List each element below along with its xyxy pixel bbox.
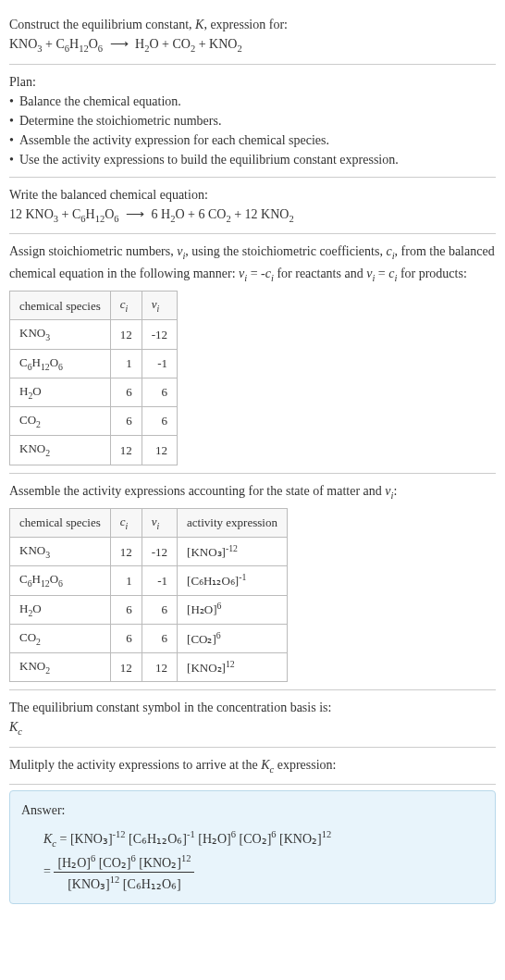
plan-text: Balance the chemical equation.	[19, 92, 181, 111]
table-row: H2O66	[10, 378, 178, 406]
term: [CO₂]6	[240, 832, 277, 846]
eq-rhs: H2O + CO2 + KNO2	[135, 37, 242, 51]
cell-v: -1	[142, 349, 177, 378]
cell-species: KNO2	[10, 436, 111, 465]
cell-c: 12	[110, 538, 142, 566]
answer-line1: Kc = [KNO₃]-12 [C₆H₁₂O₆]-1 [H₂O]6 [CO₂]6…	[43, 827, 484, 850]
stoich-table: chemical species ci νi KNO312-12 C6H12O6…	[9, 291, 178, 465]
equals: =	[43, 864, 54, 878]
bullet-icon: •	[9, 150, 14, 169]
cell-c: 6	[110, 624, 142, 652]
table-row: CO266[CO₂]6	[10, 624, 288, 652]
plan-item: •Assemble the activity expression for ea…	[9, 130, 496, 150]
cell-expr: [CO₂]6	[178, 624, 288, 652]
col-species: chemical species	[10, 509, 111, 538]
table-header-row: chemical species ci νi	[10, 292, 178, 320]
cell-species: C6H12O6	[10, 349, 111, 378]
col-species: chemical species	[10, 292, 111, 320]
prompt-text: Construct the equilibrium constant, K, e…	[9, 15, 496, 34]
kc-symbol: Kc	[43, 832, 56, 846]
table-row: H2O66[H₂O]6	[10, 595, 288, 624]
multiply-section: Mulitply the activity expressions to arr…	[9, 748, 496, 786]
answer-line2: = [H₂O]6 [CO₂]6 [KNO₂]12 [KNO₃]12 [C₆H₁₂…	[43, 851, 484, 894]
cell-expr: [H₂O]6	[178, 595, 288, 624]
term: [C₆H₁₂O₆]-1	[129, 832, 195, 846]
cell-v: 6	[142, 378, 177, 406]
cell-species: H2O	[10, 595, 111, 624]
cell-c: 6	[110, 407, 142, 436]
multiply-text-b: expression:	[274, 758, 336, 772]
cell-c: 6	[110, 378, 142, 406]
cell-species: H2O	[10, 378, 111, 406]
cell-c: 1	[110, 349, 142, 378]
stoich-text: Assign stoichiometric numbers, νi, using…	[9, 242, 496, 285]
eq-rhs: 6 H2O + 6 CO2 + 12 KNO2	[152, 207, 294, 221]
symbol-text: The equilibrium constant symbol in the c…	[9, 698, 496, 717]
term: [H₂O]6	[198, 832, 236, 846]
cell-species: KNO2	[10, 653, 111, 682]
kc-symbol: Kc	[261, 758, 274, 772]
table-row: KNO21212	[10, 436, 178, 465]
cell-v: 6	[142, 624, 177, 652]
arrow-icon: ⟶	[126, 205, 144, 224]
table-row: KNO21212[KNO₂]12	[10, 653, 288, 682]
cell-species: CO2	[10, 407, 111, 436]
term: [KNO₂]12	[279, 832, 331, 846]
cell-v: -12	[142, 320, 177, 349]
plan-text: Assemble the activity expression for eac…	[19, 130, 329, 150]
cell-species: CO2	[10, 624, 111, 652]
cell-expr: [KNO₂]12	[178, 653, 288, 682]
fraction: [H₂O]6 [CO₂]6 [KNO₂]12 [KNO₃]12 [C₆H₁₂O₆…	[54, 851, 194, 894]
plan-section: Plan: •Balance the chemical equation. •D…	[9, 65, 496, 178]
activity-section: Assemble the activity expressions accoun…	[9, 474, 496, 691]
table-row: KNO312-12[KNO₃]-12	[10, 538, 288, 566]
bullet-icon: •	[9, 92, 14, 111]
header-section: Construct the equilibrium constant, K, e…	[9, 7, 496, 65]
cell-c: 6	[110, 595, 142, 624]
col-c: ci	[110, 292, 142, 320]
cell-c: 12	[110, 436, 142, 465]
cell-species: KNO3	[10, 538, 111, 566]
col-c: ci	[110, 509, 142, 538]
fraction-numerator: [H₂O]6 [CO₂]6 [KNO₂]12	[54, 851, 194, 874]
table-row: C6H12O61-1[C₆H₁₂O₆]-1	[10, 566, 288, 595]
col-v: νi	[142, 509, 177, 538]
cell-v: -12	[142, 538, 177, 566]
multiply-text-a: Mulitply the activity expressions to arr…	[9, 758, 261, 772]
term: [KNO₃]-12	[70, 832, 126, 846]
eq-lhs: KNO3 + C6H12O6	[9, 37, 103, 51]
plan-item: •Use the activity expressions to build t…	[9, 150, 496, 169]
table-header-row: chemical species ci νi activity expressi…	[10, 509, 288, 538]
bullet-icon: •	[9, 130, 14, 150]
symbol-value: Kc	[9, 717, 496, 739]
symbol-section: The equilibrium constant symbol in the c…	[9, 690, 496, 748]
cell-c: 1	[110, 566, 142, 595]
answer-label: Answer:	[21, 800, 484, 820]
table-row: CO266	[10, 407, 178, 436]
col-v: νi	[142, 292, 177, 320]
cell-species: KNO3	[10, 320, 111, 349]
cell-c: 12	[110, 653, 142, 682]
answer-section: Answer: Kc = [KNO₃]-12 [C₆H₁₂O₆]-1 [H₂O]…	[9, 790, 496, 904]
col-expr: activity expression	[178, 509, 288, 538]
cell-v: -1	[142, 566, 177, 595]
table-row: KNO312-12	[10, 320, 178, 349]
cell-c: 12	[110, 320, 142, 349]
cell-expr: [KNO₃]-12	[178, 538, 288, 566]
cell-species: C6H12O6	[10, 566, 111, 595]
unbalanced-equation: KNO3 + C6H12O6 ⟶ H2O + CO2 + KNO2	[9, 34, 496, 56]
plan-text: Use the activity expressions to build th…	[19, 150, 399, 169]
eq-lhs: 12 KNO3 + C6H12O6	[9, 207, 119, 221]
arrow-icon: ⟶	[110, 34, 129, 54]
answer-box: Answer: Kc = [KNO₃]-12 [C₆H₁₂O₆]-1 [H₂O]…	[9, 790, 496, 904]
cell-v: 12	[142, 436, 177, 465]
plan-item: •Determine the stoichiometric numbers.	[9, 111, 496, 130]
balanced-equation: 12 KNO3 + C6H12O6 ⟶ 6 H2O + 6 CO2 + 12 K…	[9, 205, 496, 227]
bullet-icon: •	[9, 111, 14, 130]
plan-label: Plan:	[9, 72, 496, 92]
table-row: C6H12O61-1	[10, 349, 178, 378]
fraction-denominator: [KNO₃]12 [C₆H₁₂O₆]	[54, 873, 194, 894]
plan-item: •Balance the chemical equation.	[9, 92, 496, 111]
prompt-prefix: Construct the equilibrium constant, K, e…	[9, 18, 288, 31]
cell-v: 6	[142, 407, 177, 436]
